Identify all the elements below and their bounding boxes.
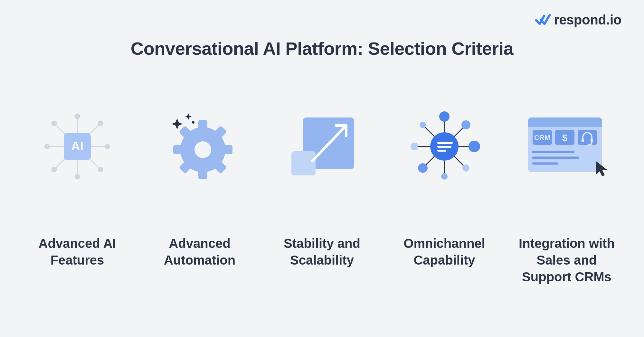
svg-point-18 bbox=[192, 121, 194, 124]
svg-point-13 bbox=[52, 167, 56, 172]
svg-point-45 bbox=[420, 122, 426, 128]
criteria-item: Stability and Scalability bbox=[264, 106, 380, 285]
svg-text:AI: AI bbox=[71, 139, 83, 153]
svg-point-44 bbox=[461, 120, 470, 129]
gear-sparkle-icon bbox=[142, 106, 258, 187]
criteria-item: AI Advanced AI Features bbox=[19, 106, 135, 285]
criteria-label: Advanced Automation bbox=[164, 235, 235, 268]
svg-rect-30 bbox=[291, 151, 316, 175]
criteria-label: Advanced AI Features bbox=[39, 235, 116, 268]
svg-point-28 bbox=[194, 141, 211, 158]
criteria-item: Omnichannel Capability bbox=[386, 106, 502, 285]
svg-point-43 bbox=[469, 141, 480, 152]
svg-point-11 bbox=[98, 121, 103, 126]
svg-point-9 bbox=[52, 121, 56, 126]
svg-point-40 bbox=[439, 111, 450, 122]
crm-tile-label: CRM bbox=[534, 134, 550, 142]
svg-point-42 bbox=[411, 143, 418, 150]
svg-point-1 bbox=[75, 114, 80, 118]
scale-arrow-icon bbox=[264, 106, 380, 187]
brand-logo: respond.io bbox=[535, 12, 621, 28]
svg-point-46 bbox=[462, 164, 469, 172]
criteria-item: Advanced Automation bbox=[142, 106, 258, 285]
svg-point-3 bbox=[75, 174, 80, 179]
criteria-item: CRM $ bbox=[509, 106, 625, 285]
ai-chip-icon: AI bbox=[19, 106, 135, 187]
svg-point-41 bbox=[441, 173, 448, 180]
criteria-grid: AI Advanced AI Features bbox=[0, 106, 644, 285]
svg-rect-54 bbox=[528, 124, 602, 127]
svg-point-7 bbox=[105, 144, 110, 149]
page-title: Conversational AI Platform: Selection Cr… bbox=[0, 38, 644, 59]
currency-tile-label: $ bbox=[562, 132, 568, 143]
omnichannel-hub-icon bbox=[386, 106, 502, 187]
criteria-label: Omnichannel Capability bbox=[403, 235, 485, 268]
svg-point-47 bbox=[418, 163, 428, 173]
svg-point-15 bbox=[98, 167, 103, 172]
svg-rect-58 bbox=[582, 138, 584, 142]
brand-name: respond.io bbox=[554, 12, 621, 28]
criteria-label: Stability and Scalability bbox=[284, 235, 360, 268]
criteria-label: Integration with Sales and Support CRMs bbox=[519, 235, 615, 285]
svg-point-5 bbox=[45, 144, 49, 149]
brand-check-icon bbox=[535, 14, 551, 26]
crm-integration-icon: CRM $ bbox=[509, 106, 625, 187]
